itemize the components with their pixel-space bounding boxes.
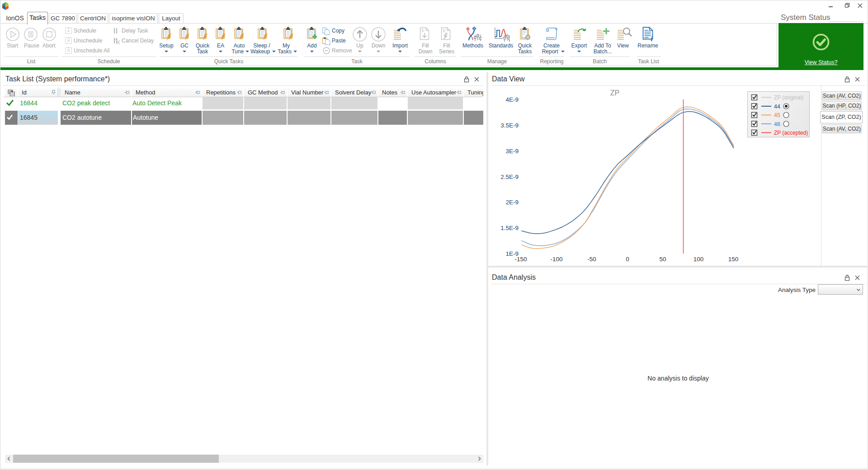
- svg-text:i: i: [651, 34, 653, 41]
- svg-text:2E-9: 2E-9: [505, 199, 519, 206]
- svg-text:-100: -100: [550, 256, 562, 263]
- svg-text:1.5E-9: 1.5E-9: [500, 225, 519, 231]
- svg-text:4E-9: 4E-9: [505, 96, 519, 103]
- svg-text:44: 44: [774, 103, 780, 110]
- svg-text:ZP (accepted): ZP (accepted): [774, 130, 808, 136]
- svg-text:-50: -50: [587, 256, 596, 263]
- svg-text:100: 100: [693, 256, 704, 263]
- svg-text:50: 50: [659, 256, 666, 263]
- svg-text:3E-9: 3E-9: [505, 148, 519, 155]
- svg-text:3.5E-9: 3.5E-9: [500, 122, 519, 129]
- svg-text:2.5E-9: 2.5E-9: [500, 174, 519, 180]
- svg-text:0: 0: [626, 256, 629, 263]
- svg-text:-150: -150: [514, 256, 527, 263]
- svg-text:150: 150: [728, 256, 739, 263]
- svg-text:45: 45: [774, 112, 780, 118]
- svg-text:ZP (original): ZP (original): [774, 94, 803, 101]
- svg-text:46: 46: [774, 121, 780, 127]
